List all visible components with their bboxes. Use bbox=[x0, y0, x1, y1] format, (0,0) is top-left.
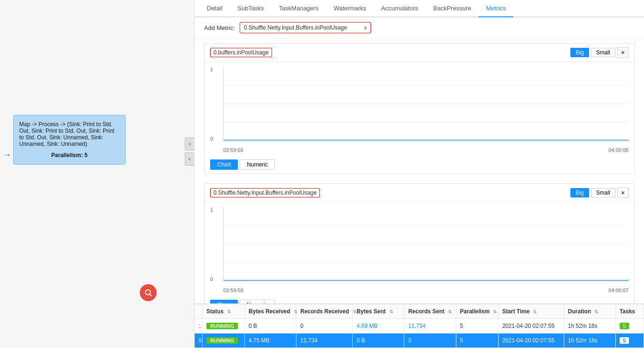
chart-controls-2: Big Small × bbox=[570, 188, 629, 198]
table-row[interactable]: : RUNNING 0 B 0 4.69 MB 11,734 5 2021-04… bbox=[195, 319, 644, 333]
th-tasks: Tasks bbox=[615, 304, 644, 319]
sort-records-recv-icon: ⇅ bbox=[353, 309, 356, 314]
x-label-start-1: 03:59:56 bbox=[223, 147, 243, 153]
chart-body-1: 1 0 03:59:56 04:00: bbox=[205, 62, 634, 156]
tab-watermarks[interactable]: Watermarks bbox=[326, 0, 374, 17]
sort-parallelism-icon: ⇅ bbox=[493, 309, 497, 314]
chart-title-1: 0.buffers.inPoolUsage bbox=[210, 48, 272, 57]
row-1-bytes-sent: 4.69 MB bbox=[353, 319, 404, 333]
tab-taskmanagers[interactable]: TaskManagers bbox=[272, 0, 326, 17]
th-status[interactable]: Status ⇅ bbox=[203, 304, 245, 319]
charts-area: 0.buffers.inPoolUsage Big Small × 1 0 bbox=[195, 38, 644, 303]
chart-y-axis-2: 1 0 bbox=[210, 207, 220, 282]
sort-duration-icon: ⇅ bbox=[594, 309, 598, 314]
tab-detail[interactable]: Detail bbox=[199, 0, 230, 17]
chart-y-axis-1: 1 0 bbox=[210, 67, 220, 142]
add-metric-label: Add Metric: bbox=[204, 24, 235, 31]
row-2-bytes-sent: 0 B bbox=[353, 333, 404, 348]
tasks-badge-2: 5 bbox=[620, 337, 629, 344]
tab-subtasks[interactable]: SubTasks bbox=[230, 0, 271, 17]
svg-line-1 bbox=[150, 294, 152, 296]
big-button-1[interactable]: Big bbox=[570, 48, 589, 57]
node-box[interactable]: Map -> Process -> (Sink: Print to Std. O… bbox=[13, 115, 126, 165]
status-badge-2: RUNNING bbox=[206, 337, 238, 344]
chart-header-1: 0.buffers.inPoolUsage Big Small × bbox=[205, 44, 634, 62]
table-header-row: Status ⇅ Bytes Received ⇅ Records Receiv… bbox=[195, 304, 644, 319]
th-bytes-received[interactable]: Bytes Received ⇅ bbox=[245, 304, 296, 319]
row-1-bytes-received: 0 B bbox=[245, 319, 296, 333]
chart-plot-1 bbox=[223, 67, 629, 142]
left-panel: → Map -> Process -> (Sink: Print to Std.… bbox=[0, 0, 195, 348]
big-button-2[interactable]: Big bbox=[570, 188, 589, 197]
chart-btn-2[interactable]: Chart bbox=[210, 300, 238, 303]
node-description: Map -> Process -> (Sink: Print to Std. O… bbox=[19, 121, 120, 147]
y-max-1: 1 bbox=[210, 67, 220, 72]
collapse-left-icon[interactable]: < bbox=[185, 152, 194, 166]
table-row[interactable]: Sink: Print to Std. Out, Sink... RUNNING… bbox=[195, 333, 644, 348]
small-button-1[interactable]: Small bbox=[591, 48, 615, 57]
sort-status-icon: ⇅ bbox=[227, 309, 231, 314]
tab-metrics[interactable]: Metrics bbox=[478, 0, 513, 17]
status-badge-1: RUNNING bbox=[206, 323, 238, 329]
chart-body-2: 1 0 03:59:58 04:00:07 bbox=[205, 202, 634, 296]
search-button[interactable] bbox=[140, 284, 157, 301]
chart-title-2: 0.Shuffle.Netty.Input.Buffers.inPoolUsag… bbox=[210, 188, 320, 197]
row-1-tasks: 5 bbox=[615, 319, 644, 333]
close-button-1[interactable]: × bbox=[617, 47, 629, 58]
expand-right-icon[interactable]: > bbox=[185, 137, 194, 151]
row-2-status: RUNNING bbox=[203, 333, 245, 348]
metric-select[interactable]: 0.Shuffle.Netty.Input.Buffers.inPoolUsag… bbox=[240, 22, 371, 33]
bottom-table: Status ⇅ Bytes Received ⇅ Records Receiv… bbox=[195, 303, 644, 348]
chart-controls-1: Big Small × bbox=[570, 47, 629, 58]
sort-records-sent-icon: ⇅ bbox=[448, 309, 452, 314]
sidebar-toggles: > < bbox=[185, 137, 194, 166]
y-min-2: 0 bbox=[210, 276, 220, 282]
tab-backpressure[interactable]: BackPressure bbox=[426, 0, 479, 17]
x-label-end-1: 04:00:06 bbox=[608, 147, 629, 153]
th-start-time[interactable]: Start Time ⇅ bbox=[498, 304, 564, 319]
th-parallelism[interactable]: Parallelism ⇅ bbox=[456, 304, 498, 319]
tab-accumulators[interactable]: Accumulators bbox=[374, 0, 426, 17]
row-1-records-sent: 11,734 bbox=[404, 319, 456, 333]
sort-bytes-recv-icon: ⇅ bbox=[294, 309, 297, 314]
row-2-parallelism: 5 bbox=[456, 333, 498, 348]
chart-card-2: 0.Shuffle.Netty.Input.Buffers.inPoolUsag… bbox=[204, 183, 635, 303]
numeric-btn-1[interactable]: Numeric bbox=[240, 159, 275, 170]
th-dot bbox=[195, 304, 203, 319]
chart-header-2: 0.Shuffle.Netty.Input.Buffers.inPoolUsag… bbox=[205, 184, 634, 202]
th-records-received[interactable]: Records Received ⇅ bbox=[296, 304, 353, 319]
metric-select-wrapper[interactable]: 0.Shuffle.Netty.Input.Buffers.inPoolUsag… bbox=[240, 22, 371, 33]
row-1-parallelism: 5 bbox=[456, 319, 498, 333]
node-parallelism: Parallelism: 5 bbox=[19, 152, 120, 159]
main-layout: → Map -> Process -> (Sink: Print to Std.… bbox=[0, 0, 644, 348]
th-records-sent[interactable]: Records Sent ⇅ bbox=[404, 304, 456, 319]
row-2-records-sent: 0 bbox=[404, 333, 456, 348]
sort-bytes-sent-icon: ⇅ bbox=[389, 309, 393, 314]
x-label-start-2: 03:59:58 bbox=[223, 287, 243, 293]
chart-footer-2: Chart Numeric bbox=[205, 296, 634, 303]
th-bytes-sent[interactable]: Bytes Sent ⇅ bbox=[353, 304, 404, 319]
row-2-start-time: 2021-04-20 02:07:55 bbox=[498, 333, 564, 348]
right-panel: Detail SubTasks TaskManagers Watermarks … bbox=[195, 0, 644, 348]
chart-plot-2 bbox=[223, 207, 629, 282]
row-2-bytes-received: 4.75 MB bbox=[245, 333, 296, 348]
sort-start-time-icon: ⇅ bbox=[533, 309, 537, 314]
data-table: Status ⇅ Bytes Received ⇅ Records Receiv… bbox=[195, 304, 644, 348]
row-1-start-time: 2021-04-20 02:07:55 bbox=[498, 319, 564, 333]
x-label-end-2: 04:00:07 bbox=[608, 287, 629, 293]
numeric-btn-2[interactable]: Numeric bbox=[240, 300, 275, 303]
y-max-2: 1 bbox=[210, 207, 220, 212]
tasks-badge-1: 5 bbox=[620, 323, 629, 329]
close-button-2[interactable]: × bbox=[617, 188, 629, 198]
row-2-tasks: 5 bbox=[615, 333, 644, 348]
small-button-2[interactable]: Small bbox=[591, 188, 615, 197]
row-1-duration: 1h 52m 18s bbox=[564, 319, 615, 333]
row-2-records-received: 11,734 bbox=[296, 333, 353, 348]
arrow-left-icon: → bbox=[3, 150, 11, 160]
chart-btn-1[interactable]: Chart bbox=[210, 159, 238, 170]
svg-point-0 bbox=[145, 290, 151, 295]
th-duration[interactable]: Duration ⇅ bbox=[564, 304, 615, 319]
tabs-bar: Detail SubTasks TaskManagers Watermarks … bbox=[195, 0, 644, 17]
row-2-duration: 1h 52m 18s bbox=[564, 333, 615, 348]
row-1-dot: : bbox=[195, 319, 203, 333]
